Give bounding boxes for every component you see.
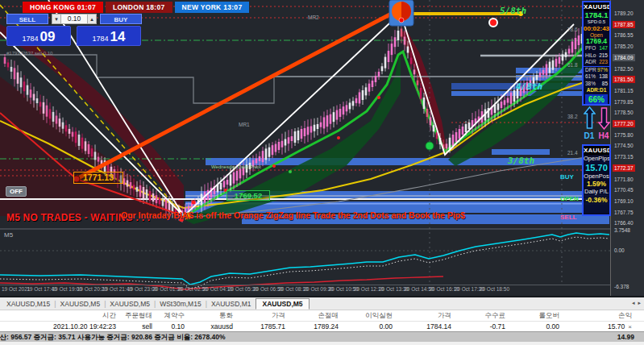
price-scale-label: 1784.09 xyxy=(613,54,635,61)
open-pips-label: OpenPips xyxy=(584,155,609,163)
current-price: 1784.1 xyxy=(584,11,609,19)
murrey-r2-label: MR2 xyxy=(308,15,319,20)
terminal-tab[interactable]: WSt30m,M15 xyxy=(160,300,202,308)
sell-price-pips: 09 xyxy=(40,31,56,44)
open-pips-value: 15.70 xyxy=(584,163,609,172)
sub-scale-label: 0.00 xyxy=(614,247,625,254)
bias-alert-icon xyxy=(389,0,413,26)
buy-price-display[interactable]: 1784 14 xyxy=(77,26,141,46)
side-signal-label: SELL xyxy=(560,214,576,221)
session-hong-kong: HONG KONG 01:07 xyxy=(23,2,103,13)
table-header-cell: 계약수 xyxy=(157,310,189,321)
table-cell: 0.10 xyxy=(157,322,189,331)
close-position-button[interactable]: × xyxy=(628,322,632,331)
market-stat-row: PFO147 xyxy=(584,45,609,52)
price-scale-label: 1779.85 xyxy=(614,98,634,106)
lot-size-input[interactable]: 0.10 xyxy=(61,14,87,24)
open-pos-value: 1.59% xyxy=(584,180,609,188)
price-scale-label: 1771.80 xyxy=(614,176,634,183)
sell-button[interactable]: SELL xyxy=(6,14,48,24)
open-pos-label: OpenPos xyxy=(584,172,609,181)
terminal-tab[interactable]: XAUUSD,M5 xyxy=(110,300,150,308)
terminal-tab[interactable]: XAUUSD,M5 xyxy=(60,300,101,308)
total-profit: 14.99 xyxy=(617,332,644,342)
table-cell: 1789.24 xyxy=(290,322,343,331)
table-header-cell: 시간 xyxy=(0,310,121,321)
session-london: LONDON 18:07 xyxy=(106,2,172,13)
lot-increase-button[interactable]: ▴ xyxy=(87,14,97,24)
orders-table-header: 시간주문형태계약수통화가격손절매이익실현가격수수료롤오버손익 xyxy=(0,310,644,322)
tab-scroll-buttons: ◂ ▸ xyxy=(632,300,641,306)
time-axis-label: 20 Oct 18:50 xyxy=(480,286,509,292)
scroll-left-button[interactable]: ◂ xyxy=(632,300,635,306)
price-scale-label: 1785.20 xyxy=(614,43,634,50)
lot-decrease-button[interactable]: ▾ xyxy=(52,14,61,24)
scroll-right-button[interactable]: ▸ xyxy=(638,300,641,306)
open-position-note: #179372637 sell 0.10 xyxy=(6,51,52,56)
table-cell: 1785.71 xyxy=(238,322,290,331)
lot-stepper: ▾ 0.10 ▴ xyxy=(52,14,97,24)
account-summary-text: 자산: 956.57 증거금: 35.71 사용가능 증거금: 920.86 증… xyxy=(0,332,226,342)
open-price: 1769.4 xyxy=(584,38,609,45)
murrey-r1-label: MR1 xyxy=(239,122,250,127)
sub-scale-label: 3.7548 xyxy=(614,227,630,234)
price-scale-label: 1781.50 xyxy=(613,76,635,83)
terminal-tab[interactable]: XAUUSD,M15 xyxy=(6,300,50,308)
position-info-panel: XAUUSD OpenPips 15.70 OpenPos 1.59% Dail… xyxy=(582,144,611,216)
price-scale-label: 1775.80 xyxy=(614,131,634,139)
murrey-level-label: 4/8th xyxy=(516,81,542,92)
price-scale-label: 1777.20 xyxy=(613,120,635,127)
market-stat-row: DPR97% xyxy=(584,66,609,74)
off-button[interactable]: OFF xyxy=(6,186,27,197)
table-header-cell: 손절매 xyxy=(290,310,343,321)
price-scale-label: 1778.50 xyxy=(614,109,634,116)
buy-price-main: 1784 xyxy=(93,34,109,44)
market-stat-row: 61%138 xyxy=(584,73,609,81)
price-scale-label: 1787.85 xyxy=(613,21,635,28)
candle-timer: 00:02:43 xyxy=(584,25,609,32)
terminal-tab[interactable]: XAUUSD,M1 xyxy=(211,300,251,308)
market-stat-row: 38%85 xyxy=(584,81,609,88)
table-cell: 0.00 xyxy=(510,322,564,331)
terminal-tab[interactable]: XAUUSD,M5 xyxy=(256,298,309,310)
price-scale-label: 1773.15 xyxy=(614,153,634,160)
d1-up-arrow-icon[interactable] xyxy=(584,106,596,130)
sub-window-timeframe-label: M5 xyxy=(4,231,13,239)
daily-pivot-label: Wednesday Daily Pivot xyxy=(211,164,261,169)
price-scale: 1789.201787.851786.551785.201784.091782.… xyxy=(610,0,644,296)
table-header-cell: 수수료 xyxy=(456,310,510,321)
market-stat-row: ADR223 xyxy=(584,59,609,66)
table-header-cell: 가격 xyxy=(238,310,290,321)
market-stat-row: HiLo215 xyxy=(584,52,609,60)
price-scale-label: 1781.15 xyxy=(614,87,634,94)
table-header-cell: 롤오버 xyxy=(510,310,564,321)
sell-price-display[interactable]: 1784 09 xyxy=(6,26,71,46)
terminal-panel: XAUUSD,M15|XAUUSD,M5|XAUUSD,M5|WSt30m,M1… xyxy=(0,296,644,345)
adr-d1-label: ADR:D1 xyxy=(584,87,609,94)
side-signal-label: OPEN xyxy=(560,195,579,202)
daily-pl-value: -0.36% xyxy=(584,196,609,204)
table-header-cell: 손익 xyxy=(564,310,637,321)
price-scale-label: 1774.50 xyxy=(614,142,634,149)
side-signal-label: BUY xyxy=(560,173,574,181)
fib-level-label: 21.4 xyxy=(567,150,578,156)
h4-down-arrow-icon[interactable] xyxy=(598,106,610,130)
price-scale-label: 1770.45 xyxy=(614,186,634,193)
d1-timeframe-button[interactable]: D1 xyxy=(584,131,595,140)
buy-button[interactable]: BUY xyxy=(100,14,142,24)
table-row[interactable]: 2021.10.20 19:42:23sell0.10xauusd1785.71… xyxy=(0,322,644,331)
table-cell: 1784.14 xyxy=(397,322,456,331)
time-axis-label: 19 Oct 2021 xyxy=(2,286,30,292)
table-cell: 0.00 xyxy=(343,322,397,331)
sell-price-main: 1784 xyxy=(23,34,39,44)
time-axis: 19 Oct 202119 Oct 17:4019 Oct 19:0019 Oc… xyxy=(0,286,610,296)
h4-timeframe-button[interactable]: H4 xyxy=(599,131,609,140)
price-scale-label: 1789.20 xyxy=(614,10,634,17)
price-tag-1769: 1769.52 xyxy=(226,190,270,201)
market-stats-rows: PFO147HiLo215ADR223DPR97%61%13838%85 xyxy=(584,45,609,87)
price-tag-1771: 1771.13 xyxy=(73,172,123,184)
one-click-trade-widget: SELL ▾ 0.10 ▴ BUY 1784 09 1784 14 #17937… xyxy=(6,14,142,46)
session-new-york: NEW YORK 13:07 xyxy=(175,2,250,13)
chart-canvas[interactable]: HONG KONG 01:07 LONDON 18:07 NEW YORK 13… xyxy=(0,0,610,296)
bias-comment-text: Our Intraday BIAS is off the Orange ZigZ… xyxy=(121,210,465,220)
